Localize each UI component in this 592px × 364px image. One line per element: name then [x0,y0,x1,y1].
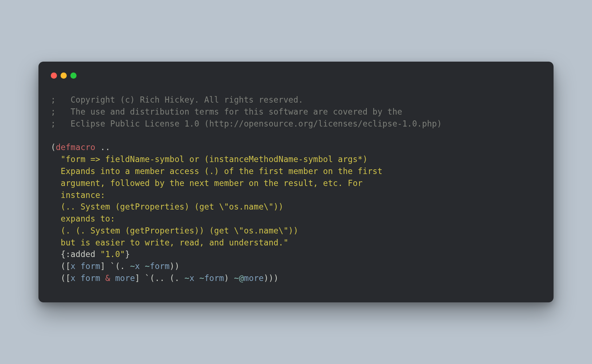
paren-open: ( [51,142,56,152]
space [110,273,115,283]
symbol-x: x [71,261,76,271]
docstring-line: instance: [51,190,105,200]
symbol-form: form [81,261,100,271]
arity-open: ([ [51,261,71,271]
docstring-line: but is easier to write, read, and unders… [51,238,288,247]
space [75,261,81,271]
space [194,273,200,283]
arity-body: ] `(.. (. [135,273,184,283]
arity-open: ([ [51,273,71,283]
space [140,261,145,271]
unquote-op: ~ [130,261,135,271]
space [75,273,81,283]
symbol-x: x [135,261,140,271]
comment-line: ; The use and distribution terms for thi… [51,107,402,116]
unquote-op: ~ [185,273,190,283]
close-icon[interactable] [51,73,57,79]
meta-value: "1.0" [100,249,125,259]
symbol-more: more [244,273,264,283]
docstring-line: (. (. System (getProperties)) (get \"os.… [51,226,298,235]
docstring-line: (.. System (getProperties) (get \"os.nam… [51,202,283,211]
symbol-form: form [81,273,100,283]
window-controls [51,73,541,79]
paren-close: ))) [264,273,279,283]
symbol-form: form [150,261,170,271]
unquote-op: ~ [200,273,205,283]
symbol-form: form [204,273,224,283]
docstring-line: argument, followed by the next member on… [51,178,363,188]
docstring-line: expands to: [51,214,115,223]
arity-body: ] `(. [100,261,130,271]
macro-name: .. [95,142,110,152]
comment-line: ; Copyright (c) Rich Hickey. All rights … [51,95,303,104]
paren: ) [224,273,234,283]
symbol-x: x [189,273,194,283]
comment-line: ; Eclipse Public License 1.0 (http://ope… [51,119,442,128]
meta-key: :added [66,249,95,259]
code-block: ; Copyright (c) Rich Hickey. All rights … [51,94,541,284]
meta-open: { [51,249,66,259]
docstring-line: "form => fieldName-symbol or (instanceMe… [51,154,367,164]
meta-close: } [125,249,130,259]
symbol-more: more [115,273,135,283]
space [95,249,100,259]
keyword-defmacro: defmacro [56,142,95,152]
symbol-x: x [71,273,76,283]
minimize-icon[interactable] [61,73,67,79]
docstring-line: Expands into a member access (.) of the … [51,166,382,176]
ampersand: & [105,273,110,283]
maximize-icon[interactable] [70,73,77,79]
unquote-splice-op: ~@ [234,273,244,283]
code-window: ; Copyright (c) Rich Hickey. All rights … [38,62,554,302]
unquote-op: ~ [145,261,150,271]
paren-close: )) [170,261,180,271]
space [100,273,106,283]
